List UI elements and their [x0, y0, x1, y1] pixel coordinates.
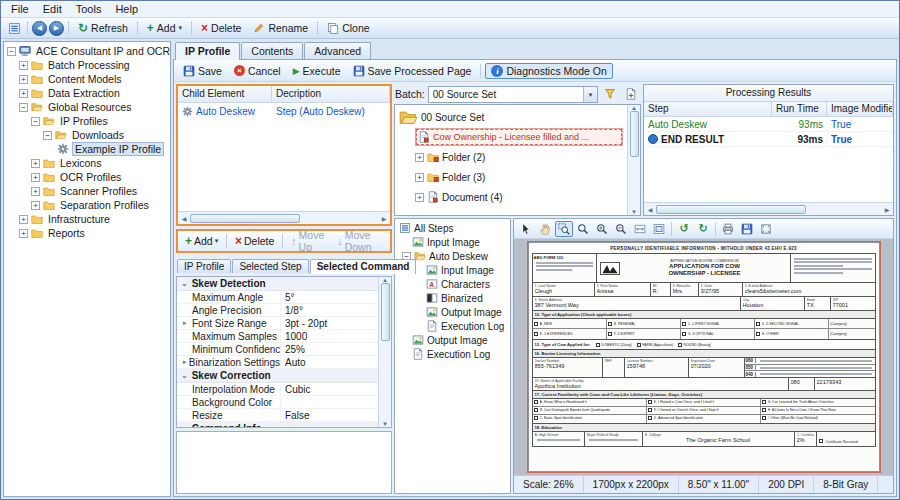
property-value[interactable]: 1000 — [281, 331, 378, 342]
section-skew-detection[interactable]: ⌄Skew Detection — [177, 277, 378, 291]
column-step[interactable]: Step — [644, 102, 772, 116]
menu-tools[interactable]: Tools — [70, 2, 110, 16]
property-value[interactable]: 3pt - 20pt — [281, 318, 378, 329]
scroll-right-icon[interactable]: ▶ — [881, 206, 893, 213]
property-value[interactable]: Cubic — [281, 384, 378, 395]
refresh-button[interactable]: ↻Refresh — [73, 21, 133, 35]
step-deskew-execution-log[interactable]: Execution Log — [395, 319, 510, 333]
checkbox-cell[interactable]: D. 2-SECOND SIGNAL — [755, 319, 829, 329]
expand-icon[interactable]: + — [19, 89, 28, 98]
clone-button[interactable]: Clone — [322, 21, 374, 35]
chevron-right-icon[interactable]: ▸ — [183, 358, 187, 366]
batch-item-document-1[interactable]: Cow Ownership - Licensee filled and ... — [395, 127, 627, 147]
checkbox-cell[interactable]: A. Know What a Handstand Is — [533, 399, 647, 407]
step-deskew-output-image[interactable]: Output Image — [395, 305, 510, 319]
expand-icon[interactable]: + — [415, 193, 424, 202]
tab-ip-profile[interactable]: IP Profile — [175, 42, 240, 60]
tree-item-root[interactable]: − ACE Consultant IP and OCR — [4, 44, 170, 58]
checkbox-cell[interactable]: B. RENEWAL — [607, 319, 681, 329]
batch-item-document-4[interactable]: +Document (4) — [395, 187, 627, 207]
move-down-button[interactable]: ↓Move Down — [333, 228, 387, 254]
tree-item-ocr-profiles[interactable]: +OCR Profiles — [4, 170, 170, 184]
checkbox-cell[interactable]: ROUND (Beauty) — [678, 343, 711, 347]
expand-icon[interactable]: + — [415, 173, 424, 182]
save-button[interactable]: Save — [178, 64, 227, 78]
export-button[interactable] — [738, 221, 756, 237]
move-up-button[interactable]: ↑Move Up — [287, 228, 331, 254]
scroll-down-icon[interactable]: ▼ — [379, 421, 391, 427]
property-row[interactable]: Maximum Samples1000 — [177, 330, 378, 343]
zoom-out-button[interactable] — [612, 221, 630, 237]
column-run-time[interactable]: Run Time — [772, 102, 827, 116]
tree-item-lexicons[interactable]: +Lexicons — [4, 156, 170, 170]
panels-icon[interactable] — [5, 20, 23, 37]
tab-selected-command[interactable]: Selected Command — [310, 259, 417, 274]
expand-icon[interactable]: + — [415, 153, 424, 162]
tree-item-scanner-profiles[interactable]: +Scanner Profiles — [4, 184, 170, 198]
property-row[interactable]: Angle Precision1/8° — [177, 304, 378, 317]
table-row[interactable]: END RESULT 93ms True — [644, 132, 893, 147]
menu-help[interactable]: Help — [109, 2, 146, 16]
step-characters[interactable]: Characters — [395, 277, 510, 291]
table-row[interactable]: Auto Deskew 93ms True — [644, 117, 893, 132]
property-row[interactable]: Minimum Confidence25% — [177, 343, 378, 356]
document-canvas[interactable]: PERSONALLY IDENTIFIABLE INFORMATION - WI… — [514, 239, 893, 475]
delete-child-button[interactable]: ×Delete — [231, 234, 278, 248]
step-input-image[interactable]: Input Image — [395, 235, 510, 249]
diagnostics-mode-toggle[interactable]: iDiagnostics Mode On — [485, 63, 612, 79]
scrollbar-thumb[interactable] — [656, 205, 806, 214]
table-row[interactable]: Auto Deskew Step (Auto Deskew) — [178, 103, 390, 119]
nav-back-button[interactable]: ◀ — [32, 21, 47, 36]
property-value[interactable]: 25% — [281, 344, 378, 355]
print-button[interactable] — [719, 221, 737, 237]
tab-ip-profile-detail[interactable]: IP Profile — [177, 259, 231, 273]
property-row[interactable]: ▸Binarization SettingsAuto — [177, 356, 378, 369]
property-row[interactable]: Interpolation ModeCubic — [177, 383, 378, 396]
scrollbar-thumb[interactable] — [381, 283, 390, 341]
marquee-zoom-button[interactable] — [555, 221, 573, 237]
step-output-image[interactable]: Output Image — [395, 333, 510, 347]
pan-tool-button[interactable] — [536, 221, 554, 237]
document-page[interactable]: PERSONALLY IDENTIFIABLE INFORMATION - WI… — [528, 242, 880, 472]
section-command-info[interactable]: ⌄Command Info — [177, 422, 378, 427]
checkbox-cell[interactable]: H. A Llama Is Not a Cow, I Know That Now — [761, 407, 875, 415]
checkbox-cell[interactable]: DOMESTIC (Dairy) — [596, 343, 632, 347]
tree-item-global-resources[interactable]: −Global Resources — [4, 100, 170, 114]
property-value[interactable]: 5° — [281, 292, 378, 303]
new-document-button[interactable] — [622, 86, 640, 103]
collapse-icon[interactable]: − — [43, 131, 52, 140]
checkbox-cell[interactable]: B. Can Distinguish Bipeds from Quadruped… — [533, 407, 647, 415]
property-row[interactable]: ▸Font Size Range3pt - 20pt — [177, 317, 378, 330]
selected-document[interactable]: Cow Ownership - Licensee filled and ... — [415, 128, 623, 146]
checkbox-cell[interactable]: E. I Raised a Cow Once, and I Liked It — [647, 399, 761, 407]
checkbox-cell[interactable]: F. I Owned an Ostrich Once, and I Kept I… — [647, 407, 761, 415]
execute-button[interactable]: ▶Execute — [288, 64, 346, 78]
tree-item-separation-profiles[interactable]: +Separation Profiles — [4, 198, 170, 212]
collapse-icon[interactable]: − — [7, 47, 16, 56]
chevron-right-icon[interactable]: ▸ — [183, 319, 190, 327]
tree-item-infrastructure[interactable]: +Infrastructure — [4, 212, 170, 226]
tree-item-ip-profiles[interactable]: −IP Profiles — [4, 114, 170, 128]
column-image-modified[interactable]: Image Modified — [827, 102, 893, 116]
filter-button[interactable] — [601, 86, 619, 103]
checkbox-cell[interactable]: G. I've Learned the Truth About Ostriche… — [761, 399, 875, 407]
vertical-scrollbar[interactable]: ▲ ▼ — [378, 277, 391, 427]
checkbox-cell[interactable]: C. Basic Spot Identification — [533, 415, 647, 423]
checkbox-cell[interactable]: D. Advanced Spot Identification — [647, 415, 761, 423]
dropdown-icon[interactable]: ▾ — [583, 87, 597, 102]
rotate-left-button[interactable]: ↺ — [675, 221, 693, 237]
magnifier-button[interactable] — [574, 221, 592, 237]
expand-icon[interactable]: + — [31, 173, 40, 182]
tab-selected-step[interactable]: Selected Step — [232, 259, 308, 273]
property-value[interactable]: 1/8° — [281, 305, 378, 316]
fit-page-button[interactable] — [650, 221, 668, 237]
steps-root[interactable]: All Steps — [395, 221, 510, 235]
step-binarized[interactable]: Binarized — [395, 291, 510, 305]
property-row[interactable]: Background Color — [177, 396, 378, 409]
expand-icon[interactable]: + — [19, 229, 28, 238]
tree-item-content-models[interactable]: +Content Models — [4, 72, 170, 86]
checkbox-cell[interactable]: C. 1-FIRST SIGNAL — [681, 319, 755, 329]
collapse-icon[interactable]: − — [31, 117, 40, 126]
nav-forward-button[interactable]: ▶ — [49, 21, 64, 36]
tree-item-batch-processing[interactable]: +Batch Processing — [4, 58, 170, 72]
